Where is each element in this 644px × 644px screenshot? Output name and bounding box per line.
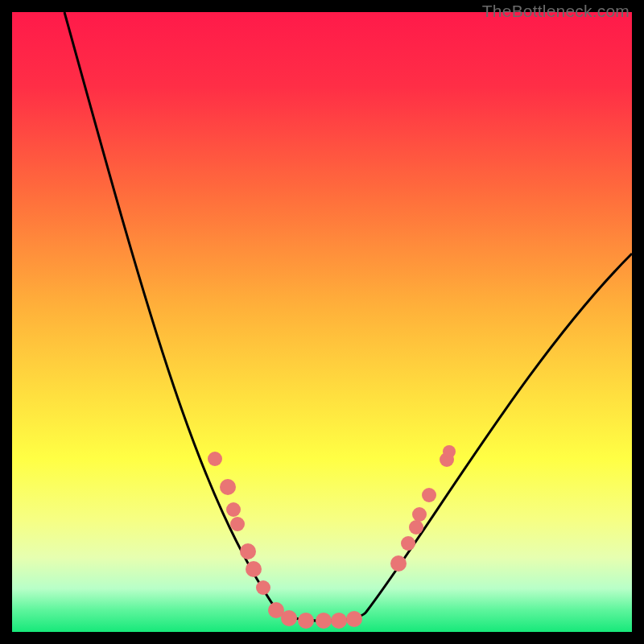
data-point	[390, 555, 407, 572]
data-point	[208, 452, 222, 466]
bottleneck-chart	[12, 12, 632, 632]
gradient-background	[12, 12, 632, 632]
data-point	[316, 613, 332, 629]
data-point	[246, 561, 262, 577]
data-point	[226, 502, 241, 517]
data-point	[409, 520, 423, 535]
data-point	[256, 580, 270, 595]
data-point	[412, 507, 427, 522]
data-point	[230, 517, 245, 531]
data-point	[422, 488, 436, 502]
data-point	[331, 613, 347, 629]
watermark-text: TheBottleneck.com	[482, 2, 630, 21]
data-point	[346, 611, 362, 627]
data-point	[240, 543, 256, 559]
data-point	[298, 613, 314, 629]
data-point	[220, 479, 236, 495]
data-point	[401, 536, 415, 551]
chart-frame	[12, 12, 632, 632]
data-point	[443, 445, 456, 458]
data-point	[281, 610, 297, 626]
